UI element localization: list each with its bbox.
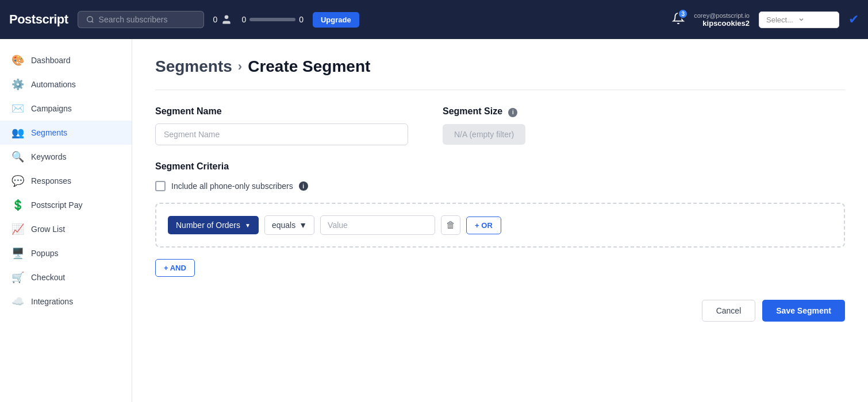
- user-info[interactable]: corey@postscript.io kipscookies2: [694, 12, 750, 28]
- filter-type-dropdown[interactable]: Number of Orders ▼: [168, 216, 259, 234]
- sidebar-item-integrations[interactable]: ☁️ Integrations: [0, 289, 132, 314]
- automations-icon: ⚙️: [11, 78, 24, 91]
- search-icon: [86, 16, 94, 24]
- phone-only-info-icon[interactable]: i: [299, 181, 308, 191]
- keywords-icon: 🔍: [11, 150, 24, 163]
- segment-name-input[interactable]: [155, 123, 408, 145]
- search-input[interactable]: [99, 15, 185, 24]
- svg-point-0: [87, 17, 92, 22]
- checkbox-complete-icon[interactable]: ✔: [848, 12, 859, 27]
- postscriptpay-icon: 💲: [11, 199, 24, 211]
- criteria-label: Segment Criteria: [155, 161, 845, 172]
- user-shop: kipscookies2: [702, 19, 750, 28]
- breadcrumb-separator: ›: [238, 59, 242, 74]
- sidebar-label-responses: Responses: [31, 176, 71, 185]
- breadcrumb-current: Create Segment: [248, 57, 370, 76]
- segment-name-label: Segment Name: [155, 106, 408, 117]
- header-divider: [155, 90, 845, 90]
- sidebar-item-popups[interactable]: 🖥️ Popups: [0, 241, 132, 265]
- segment-size-section: Segment Size i N/A (empty filter): [443, 106, 525, 145]
- store-selector-placeholder: Select...: [766, 16, 793, 24]
- segment-size-label: Segment Size i: [443, 106, 525, 117]
- segment-criteria-section: Segment Criteria Include all phone-only …: [155, 161, 845, 277]
- stat-subscribers: 0: [213, 14, 233, 25]
- growlist-icon: 📈: [11, 223, 24, 235]
- notifications-bell[interactable]: 3: [672, 12, 685, 27]
- sidebar-item-postscript-pay[interactable]: 💲 Postscript Pay: [0, 193, 132, 217]
- sidebar-item-segments[interactable]: 👥 Segments: [0, 121, 132, 145]
- stat-bar: 0 0: [241, 15, 304, 24]
- criteria-value-input[interactable]: [320, 215, 435, 235]
- operator-label: equals: [272, 221, 295, 230]
- sidebar-label-checkout: Checkout: [31, 273, 65, 282]
- user-icon: [221, 14, 232, 25]
- logo: Postscript: [9, 12, 68, 27]
- criteria-filter-box: Number of Orders ▼ equals ▼ 🗑: [155, 203, 845, 248]
- delete-criteria-button[interactable]: 🗑: [441, 215, 460, 235]
- breadcrumb-parent[interactable]: Segments: [155, 57, 232, 76]
- progress-bar: [249, 18, 295, 21]
- cancel-button[interactable]: Cancel: [702, 300, 756, 322]
- integrations-icon: ☁️: [11, 295, 24, 308]
- main-content: Segments › Create Segment Segment Name S…: [132, 39, 868, 402]
- sidebar-item-keywords[interactable]: 🔍 Keywords: [0, 145, 132, 169]
- campaigns-icon: ✉️: [11, 102, 24, 115]
- segment-name-section: Segment Name: [155, 106, 408, 145]
- breadcrumb: Segments › Create Segment: [155, 57, 845, 76]
- actions-row: Cancel Save Segment: [155, 300, 845, 322]
- sidebar-label-campaigns: Campaigns: [31, 104, 72, 113]
- sidebar-label-integrations: Integrations: [31, 297, 73, 306]
- sidebar-label-keywords: Keywords: [31, 152, 66, 161]
- notification-badge: 3: [678, 9, 688, 19]
- sidebar-label-automations: Automations: [31, 80, 76, 89]
- sidebar-label-segments: Segments: [31, 128, 67, 137]
- save-segment-button[interactable]: Save Segment: [762, 300, 845, 322]
- phone-only-checkbox[interactable]: [155, 181, 166, 191]
- sidebar: 🎨 Dashboard ⚙️ Automations ✉️ Campaigns …: [0, 39, 132, 402]
- operator-dropdown[interactable]: equals ▼: [264, 215, 314, 235]
- phone-only-row: Include all phone-only subscribers i: [155, 181, 845, 191]
- dashboard-icon: 🎨: [11, 54, 24, 67]
- sidebar-item-grow-list[interactable]: 📈 Grow List: [0, 217, 132, 241]
- trash-icon: 🗑: [446, 220, 455, 230]
- upgrade-button[interactable]: Upgrade: [313, 12, 359, 28]
- top-navigation: Postscript 0 0 0 Upgrade 3 corey@postscr…: [0, 0, 868, 39]
- popups-icon: 🖥️: [11, 247, 24, 260]
- sidebar-label-dashboard: Dashboard: [31, 56, 71, 65]
- sidebar-label-postscriptpay: Postscript Pay: [31, 200, 82, 210]
- segment-size-info-icon[interactable]: i: [508, 108, 517, 117]
- search-bar[interactable]: [78, 11, 204, 28]
- or-button[interactable]: + OR: [466, 217, 501, 234]
- and-button[interactable]: + AND: [155, 259, 195, 277]
- sidebar-label-popups: Popups: [31, 249, 58, 258]
- operator-chevron-icon: ▼: [299, 221, 307, 230]
- responses-icon: 💬: [11, 175, 24, 187]
- segment-size-value: N/A (empty filter): [443, 124, 525, 145]
- user-email: corey@postscript.io: [694, 12, 750, 19]
- sidebar-item-dashboard[interactable]: 🎨 Dashboard: [0, 48, 132, 72]
- sidebar-item-campaigns[interactable]: ✉️ Campaigns: [0, 96, 132, 121]
- phone-only-label: Include all phone-only subscribers: [171, 181, 293, 191]
- chevron-down-icon: [798, 16, 805, 23]
- sidebar-item-responses[interactable]: 💬 Responses: [0, 169, 132, 193]
- checkout-icon: 🛒: [11, 271, 24, 284]
- sidebar-item-automations[interactable]: ⚙️ Automations: [0, 72, 132, 96]
- store-selector[interactable]: Select...: [759, 11, 839, 28]
- sidebar-item-checkout[interactable]: 🛒 Checkout: [0, 265, 132, 289]
- main-layout: 🎨 Dashboard ⚙️ Automations ✉️ Campaigns …: [0, 39, 868, 402]
- criteria-row: Number of Orders ▼ equals ▼ 🗑: [168, 215, 832, 235]
- filter-type-chevron-icon: ▼: [245, 222, 251, 229]
- segments-icon: 👥: [11, 126, 24, 139]
- filter-type-label: Number of Orders: [176, 221, 240, 230]
- svg-point-2: [225, 16, 229, 20]
- sidebar-label-growlist: Grow List: [31, 225, 65, 234]
- svg-line-1: [91, 21, 93, 23]
